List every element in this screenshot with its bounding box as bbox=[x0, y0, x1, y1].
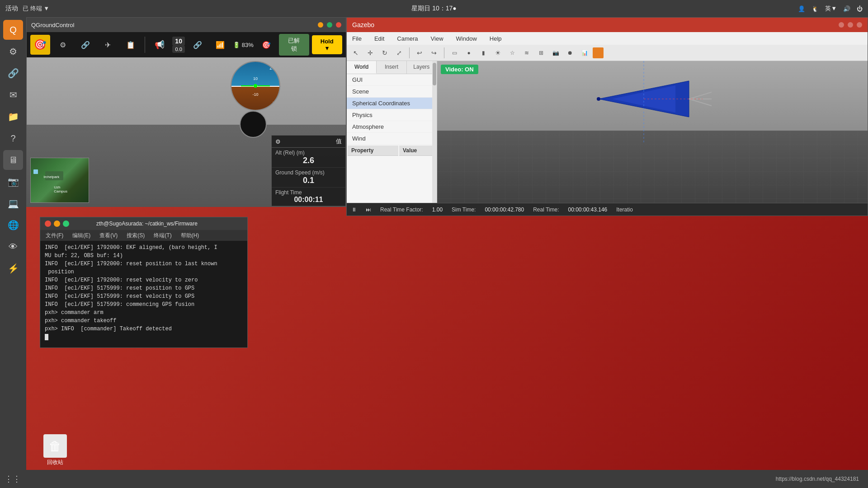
term-menu-terminal[interactable]: 终端(T) bbox=[152, 231, 173, 240]
terminal-content[interactable]: INFO [ecl/EKF] 1792000: EKF aligned, (ba… bbox=[40, 241, 247, 347]
gz-fog-tool[interactable]: ≋ bbox=[520, 47, 533, 59]
gz-sphere-tool[interactable]: ● bbox=[462, 47, 475, 59]
power-icon[interactable]: ⏻ bbox=[857, 5, 863, 12]
gz-item-wind[interactable]: Wind bbox=[347, 133, 437, 145]
sidebar-item-code[interactable]: 💻 bbox=[3, 193, 23, 213]
bottom-taskbar: ⋮⋮ https://blog.csdn.net/qq_44324181 bbox=[0, 470, 868, 488]
sidebar-item-layers[interactable]: ⚡ bbox=[3, 258, 23, 278]
speed-indicator bbox=[240, 111, 267, 138]
qgc-waypoints-btn[interactable]: 🔗 bbox=[75, 35, 95, 55]
qgc-log-btn[interactable]: 📋 bbox=[121, 35, 141, 55]
gazebo-window: Gazebo File Edit Camera View Window Help… bbox=[346, 17, 868, 216]
gazebo-statusbar: ⏸ ⏭ Real Time Factor: 1.00 Sim Time: 00:… bbox=[347, 203, 868, 216]
trash-icon[interactable]: 🗑 bbox=[43, 434, 67, 458]
apps-grid-btn[interactable]: ⋮⋮ bbox=[5, 472, 20, 486]
tab-world[interactable]: World bbox=[347, 61, 377, 74]
user-icon[interactable]: 👤 bbox=[798, 5, 805, 12]
flight-time-value: 00:00:11 bbox=[275, 196, 342, 204]
terminal-maximize-btn[interactable] bbox=[63, 221, 69, 227]
terminal-minimize-btn[interactable] bbox=[54, 221, 60, 227]
term-menu-view[interactable]: 查看(V) bbox=[98, 231, 119, 240]
qgc-signal-btn[interactable]: 📶 bbox=[210, 35, 230, 55]
gz-record-tool[interactable]: ⏺ bbox=[564, 47, 576, 59]
gazebo-menu-help[interactable]: Help bbox=[488, 34, 504, 43]
qgc-minimize-btn[interactable] bbox=[318, 22, 323, 28]
gz-item-spherical-coords[interactable]: Spherical Coordinates bbox=[347, 98, 437, 109]
lang-label[interactable]: 英▼ bbox=[825, 5, 837, 13]
sidebar-item-camera[interactable]: 📷 bbox=[3, 172, 23, 192]
qgc-minimap[interactable]: Irchelpark UzhCampus bbox=[30, 158, 89, 203]
pause-btn[interactable]: ⏸ bbox=[351, 206, 357, 213]
sidebar-item-qgc[interactable]: Q bbox=[3, 20, 23, 40]
term-menu-edit[interactable]: 编辑(E) bbox=[71, 231, 92, 240]
qgc-settings-btn[interactable]: ⚙ bbox=[53, 35, 73, 55]
hold-btn[interactable]: Hold ▾ bbox=[312, 35, 342, 54]
gz-item-physics[interactable]: Physics bbox=[347, 109, 437, 121]
sidebar-item-eye[interactable]: 👁 bbox=[3, 237, 23, 257]
term-menu-help[interactable]: 帮助(H) bbox=[179, 231, 201, 240]
term-menu-file[interactable]: 文件(F) bbox=[44, 231, 65, 240]
left-panel-scrollbar[interactable] bbox=[432, 61, 437, 216]
gazebo-toolbar: ↖ ✛ ↻ ⤢ ↩ ↪ ▭ ● ▮ ☀ ☆ ≋ ⊞ 📷 ⏺ 📊 bbox=[347, 45, 868, 61]
qgc-toolbar: 🎯 ⚙ 🔗 ✈ 📋 📢 10 0.0 🔗 📶 🔋 83% 🎯 已解锁 Hold … bbox=[27, 32, 346, 57]
gz-redo-tool[interactable]: ↪ bbox=[428, 47, 440, 59]
sidebar-item-files[interactable]: 📁 bbox=[3, 107, 23, 127]
play-step-btn[interactable]: ⏭ bbox=[366, 206, 371, 213]
activities-label[interactable]: 活动 bbox=[5, 5, 18, 13]
gz-item-scene[interactable]: Scene bbox=[347, 86, 437, 98]
gz-box-tool[interactable]: ▭ bbox=[448, 47, 461, 59]
telemetry-header: ⚙ 值 bbox=[272, 136, 345, 148]
gz-translate-tool[interactable]: ✛ bbox=[364, 47, 377, 59]
term-menu-search[interactable]: 搜索(S) bbox=[125, 231, 146, 240]
gazebo-menu-view[interactable]: View bbox=[429, 34, 445, 43]
gz-scale-tool[interactable]: ⤢ bbox=[393, 47, 406, 59]
alt-value: 2.6 bbox=[275, 156, 342, 165]
gz-cylinder-tool[interactable]: ▮ bbox=[477, 47, 490, 59]
gazebo-menu-file[interactable]: File bbox=[350, 34, 363, 43]
terminal-close-btn[interactable] bbox=[45, 221, 51, 227]
sidebar-item-network[interactable]: 🔗 bbox=[3, 63, 23, 83]
gz-rotate-tool[interactable]: ↻ bbox=[378, 47, 391, 59]
telemetry-settings-icon[interactable]: ⚙ bbox=[275, 138, 281, 145]
gz-sun-dir-tool[interactable]: ☆ bbox=[506, 47, 519, 59]
terminal-line: pxh> commander arm bbox=[45, 309, 243, 317]
gz-chart-tool[interactable]: 📊 bbox=[578, 47, 591, 59]
qgc-close-btn[interactable] bbox=[336, 22, 341, 28]
gz-item-atmosphere[interactable]: Atmosphere bbox=[347, 121, 437, 133]
sidebar-item-browser[interactable]: 🌐 bbox=[3, 215, 23, 235]
qgc-fly-btn[interactable]: ✈ bbox=[98, 35, 118, 55]
terminal-window-buttons bbox=[45, 221, 69, 227]
gazebo-maximize-btn[interactable] bbox=[848, 22, 853, 28]
sidebar-item-mail[interactable]: ✉ bbox=[3, 85, 23, 105]
sidebar-item-help[interactable]: ? bbox=[3, 128, 23, 148]
gazebo-menu-camera[interactable]: Camera bbox=[395, 34, 420, 43]
unlock-btn[interactable]: 已解锁 bbox=[279, 34, 309, 56]
sidebar-item-settings[interactable]: ⚙ bbox=[3, 42, 23, 61]
real-time-label: Real Time: bbox=[533, 206, 559, 213]
gz-screenshot-tool[interactable]: 📷 bbox=[549, 47, 562, 59]
gz-undo-tool[interactable]: ↩ bbox=[413, 47, 426, 59]
telemetry-value-label: 值 bbox=[336, 137, 342, 145]
gz-light-tool[interactable]: ☀ bbox=[491, 47, 504, 59]
qgc-alert-btn[interactable]: 📢 bbox=[150, 35, 170, 55]
sidebar-item-terminal[interactable]: 🖥 bbox=[3, 150, 23, 170]
irc-label: Irchelpark bbox=[43, 175, 59, 179]
gazebo-minimize-btn[interactable] bbox=[839, 22, 844, 28]
volume-icon[interactable]: 🔊 bbox=[843, 5, 850, 12]
gazebo-3d-viewport[interactable]: Video: ON bbox=[437, 61, 868, 216]
qgc-logo-btn[interactable]: 🎯 bbox=[30, 35, 50, 55]
gz-grid-tool[interactable]: ⊞ bbox=[535, 47, 547, 59]
gz-item-gui[interactable]: GUI bbox=[347, 74, 437, 86]
gz-orange-btn[interactable] bbox=[593, 47, 604, 58]
gz-select-tool[interactable]: ↖ bbox=[349, 47, 362, 59]
gazebo-close-btn[interactable] bbox=[857, 22, 862, 28]
qgc-maximize-btn[interactable] bbox=[327, 22, 332, 28]
gazebo-menu-edit[interactable]: Edit bbox=[373, 34, 386, 43]
terminal-app-label[interactable]: 已 终端 ▼ bbox=[23, 5, 49, 13]
qgc-link-btn[interactable]: 🔗 bbox=[188, 35, 208, 55]
tab-insert[interactable]: Insert bbox=[377, 61, 406, 74]
gazebo-menu-window[interactable]: Window bbox=[454, 34, 479, 43]
taskbar-center: 星期日 10：17● bbox=[411, 5, 457, 13]
qgc-gps-btn[interactable]: 🎯 bbox=[256, 35, 276, 55]
scrollbar-thumb[interactable] bbox=[433, 63, 436, 85]
